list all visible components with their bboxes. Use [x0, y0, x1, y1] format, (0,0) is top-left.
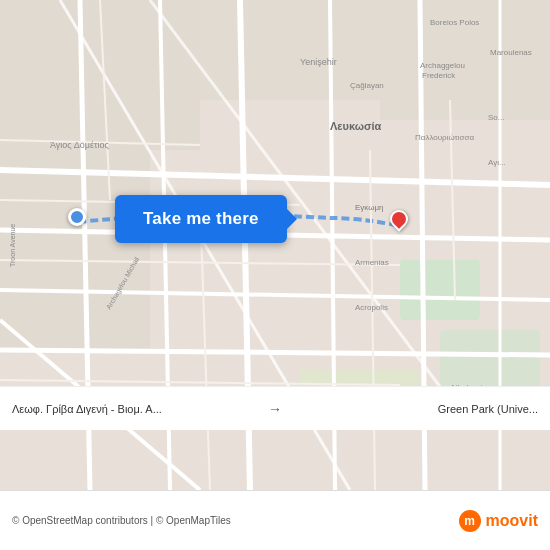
copyright-text: © OpenStreetMap contributors | © OpenMap… — [12, 515, 231, 526]
svg-text:Boreios Polos: Boreios Polos — [430, 18, 479, 27]
moovit-brand-text: moovit — [486, 512, 538, 530]
svg-text:Άγιος Δομέτιος: Άγιος Δομέτιος — [50, 140, 109, 150]
svg-rect-6 — [200, 0, 380, 100]
svg-text:So...: So... — [488, 113, 504, 122]
svg-text:Archagelou Michail: Archagelou Michail — [105, 255, 142, 311]
svg-line-24 — [100, 0, 110, 200]
bottom-bar: © OpenStreetMap contributors | © OpenMap… — [0, 490, 550, 550]
moovit-logo: m moovit — [459, 510, 538, 532]
svg-text:Armenias: Armenias — [355, 258, 389, 267]
copyright-section: © OpenStreetMap contributors | © OpenMap… — [12, 515, 231, 526]
svg-text:Αγι...: Αγι... — [488, 158, 506, 167]
svg-line-10 — [0, 290, 550, 300]
svg-rect-7 — [380, 0, 550, 120]
svg-line-8 — [0, 170, 550, 185]
svg-text:Troon Avenue: Troon Avenue — [9, 224, 16, 267]
svg-text:Frederick: Frederick — [422, 71, 456, 80]
route-destination-label: Green Park (Unive... — [292, 403, 538, 415]
svg-text:Maroulenas: Maroulenas — [490, 48, 532, 57]
take-me-there-button[interactable]: Take me there — [115, 195, 287, 243]
svg-rect-5 — [0, 150, 150, 350]
svg-line-25 — [200, 200, 210, 490]
destination-pin — [390, 210, 408, 228]
svg-rect-4 — [0, 0, 200, 150]
svg-text:Εγκωμη: Εγκωμη — [355, 203, 384, 212]
svg-text:Yenişehir: Yenişehir — [300, 57, 337, 67]
svg-line-27 — [450, 100, 455, 300]
svg-line-26 — [370, 150, 375, 490]
svg-text:Παλλουριώτισσα: Παλλουριώτισσα — [415, 133, 474, 142]
route-origin-label: Λεωφ. Γρίβα Διγενή - Βιομ. Α... — [12, 403, 258, 415]
route-bar: Λεωφ. Γρίβα Διγενή - Βιομ. Α... → Green … — [0, 386, 550, 430]
tooltip-container: Take me there — [115, 195, 287, 243]
svg-text:Λευκωσία: Λευκωσία — [330, 120, 382, 132]
svg-rect-1 — [400, 260, 480, 320]
svg-line-11 — [0, 350, 550, 355]
svg-text:Acropolis: Acropolis — [355, 303, 388, 312]
svg-line-29 — [0, 380, 400, 385]
svg-text:Çağlayan: Çağlayan — [350, 81, 384, 90]
origin-pin — [68, 208, 86, 226]
route-arrow-icon: → — [268, 401, 282, 417]
svg-line-22 — [0, 140, 200, 145]
svg-text:Archaggelou: Archaggelou — [420, 61, 465, 70]
svg-line-28 — [0, 260, 400, 265]
map-container: Yenişehir Boreios Polos Çağlayan Archagg… — [0, 0, 550, 490]
moovit-icon: m — [459, 510, 481, 532]
